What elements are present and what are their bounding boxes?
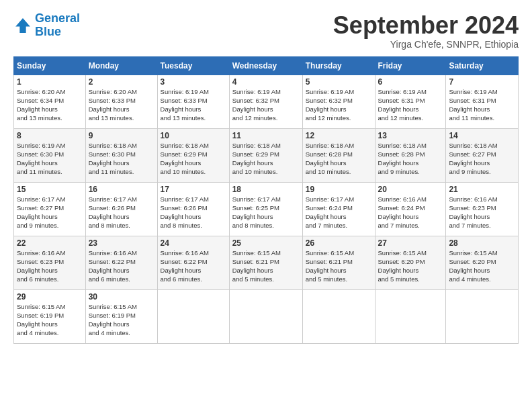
day-number: 20 xyxy=(378,185,443,194)
day-info: Sunrise: 6:19 AM Sunset: 6:31 PM Dayligh… xyxy=(378,87,443,123)
day-number: 5 xyxy=(306,77,372,87)
table-cell: 22 Sunrise: 6:16 AM Sunset: 6:23 PM Dayl… xyxy=(14,236,86,289)
day-number: 13 xyxy=(378,131,443,140)
day-info: Sunrise: 6:15 AM Sunset: 6:20 PM Dayligh… xyxy=(378,248,443,284)
day-info: Sunrise: 6:15 AM Sunset: 6:21 PM Dayligh… xyxy=(306,248,372,284)
header-saturday: Saturday xyxy=(446,56,519,75)
table-cell: 13 Sunrise: 6:18 AM Sunset: 6:28 PM Dayl… xyxy=(375,128,446,182)
day-info: Sunrise: 6:16 AM Sunset: 6:23 PM Dayligh… xyxy=(17,248,83,284)
day-number: 3 xyxy=(161,77,226,87)
day-number: 14 xyxy=(449,131,515,140)
table-cell: 14 Sunrise: 6:18 AM Sunset: 6:27 PM Dayl… xyxy=(446,128,519,182)
table-cell: 23 Sunrise: 6:16 AM Sunset: 6:22 PM Dayl… xyxy=(85,236,157,289)
day-info: Sunrise: 6:15 AM Sunset: 6:19 PM Dayligh… xyxy=(17,302,83,338)
day-info: Sunrise: 6:16 AM Sunset: 6:23 PM Dayligh… xyxy=(449,195,515,230)
day-number: 2 xyxy=(89,77,154,87)
day-info: Sunrise: 6:16 AM Sunset: 6:22 PM Dayligh… xyxy=(89,248,154,284)
table-cell: 29 Sunrise: 6:15 AM Sunset: 6:19 PM Dayl… xyxy=(14,289,86,343)
location: Yirga Ch'efe, SNNPR, Ethiopia xyxy=(333,39,519,50)
table-cell: 2 Sunrise: 6:20 AM Sunset: 6:33 PM Dayli… xyxy=(85,75,157,128)
day-info: Sunrise: 6:20 AM Sunset: 6:33 PM Dayligh… xyxy=(89,87,154,123)
day-number: 19 xyxy=(306,185,372,194)
table-cell: 9 Sunrise: 6:18 AM Sunset: 6:30 PM Dayli… xyxy=(85,128,157,182)
day-number: 10 xyxy=(161,131,226,140)
header-wednesday: Wednesday xyxy=(229,56,302,75)
day-number: 23 xyxy=(89,238,154,248)
day-number: 11 xyxy=(232,131,300,140)
day-number: 26 xyxy=(306,238,372,248)
table-cell xyxy=(446,289,519,343)
table-cell xyxy=(157,289,229,343)
calendar-header-row: Sunday Monday Tuesday Wednesday Thursday… xyxy=(14,56,519,75)
day-info: Sunrise: 6:17 AM Sunset: 6:26 PM Dayligh… xyxy=(89,195,154,230)
table-cell xyxy=(302,289,375,343)
table-cell: 10 Sunrise: 6:18 AM Sunset: 6:29 PM Dayl… xyxy=(157,128,229,182)
table-cell: 4 Sunrise: 6:19 AM Sunset: 6:32 PM Dayli… xyxy=(229,75,302,128)
day-info: Sunrise: 6:17 AM Sunset: 6:24 PM Dayligh… xyxy=(306,195,372,230)
table-cell: 21 Sunrise: 6:16 AM Sunset: 6:23 PM Dayl… xyxy=(446,182,519,236)
calendar-week-3: 15 Sunrise: 6:17 AM Sunset: 6:27 PM Dayl… xyxy=(14,182,519,236)
header-sunday: Sunday xyxy=(14,56,86,75)
table-cell: 17 Sunrise: 6:17 AM Sunset: 6:26 PM Dayl… xyxy=(157,182,229,236)
header-friday: Friday xyxy=(375,56,446,75)
day-number: 16 xyxy=(89,185,154,194)
day-number: 25 xyxy=(232,238,300,248)
day-number: 30 xyxy=(89,292,154,302)
day-info: Sunrise: 6:19 AM Sunset: 6:32 PM Dayligh… xyxy=(306,87,372,123)
day-number: 4 xyxy=(232,77,300,87)
month-title: September 2024 xyxy=(333,12,519,39)
table-cell: 30 Sunrise: 6:15 AM Sunset: 6:19 PM Dayl… xyxy=(85,289,157,343)
day-info: Sunrise: 6:19 AM Sunset: 6:31 PM Dayligh… xyxy=(449,87,515,123)
page: General Blue September 2024 Yirga Ch'efe… xyxy=(0,0,532,351)
calendar-table: Sunday Monday Tuesday Wednesday Thursday… xyxy=(13,56,519,344)
header-thursday: Thursday xyxy=(302,56,375,75)
day-info: Sunrise: 6:16 AM Sunset: 6:22 PM Dayligh… xyxy=(161,248,226,284)
table-cell: 15 Sunrise: 6:17 AM Sunset: 6:27 PM Dayl… xyxy=(14,182,86,236)
table-cell: 19 Sunrise: 6:17 AM Sunset: 6:24 PM Dayl… xyxy=(302,182,375,236)
day-number: 12 xyxy=(306,131,372,140)
day-info: Sunrise: 6:19 AM Sunset: 6:32 PM Dayligh… xyxy=(232,87,300,123)
table-cell: 5 Sunrise: 6:19 AM Sunset: 6:32 PM Dayli… xyxy=(302,75,375,128)
day-number: 15 xyxy=(17,185,83,194)
day-number: 17 xyxy=(161,185,226,194)
day-info: Sunrise: 6:18 AM Sunset: 6:30 PM Dayligh… xyxy=(89,141,154,177)
day-number: 6 xyxy=(378,77,443,87)
table-cell: 8 Sunrise: 6:19 AM Sunset: 6:30 PM Dayli… xyxy=(14,128,86,182)
day-number: 21 xyxy=(449,185,515,194)
calendar-week-4: 22 Sunrise: 6:16 AM Sunset: 6:23 PM Dayl… xyxy=(14,236,519,289)
table-cell: 28 Sunrise: 6:15 AM Sunset: 6:20 PM Dayl… xyxy=(446,236,519,289)
table-cell: 1 Sunrise: 6:20 AM Sunset: 6:34 PM Dayli… xyxy=(14,75,86,128)
day-info: Sunrise: 6:15 AM Sunset: 6:21 PM Dayligh… xyxy=(232,248,300,284)
table-cell: 6 Sunrise: 6:19 AM Sunset: 6:31 PM Dayli… xyxy=(375,75,446,128)
day-info: Sunrise: 6:18 AM Sunset: 6:28 PM Dayligh… xyxy=(378,141,443,177)
day-info: Sunrise: 6:17 AM Sunset: 6:26 PM Dayligh… xyxy=(161,195,226,230)
day-number: 28 xyxy=(449,238,515,248)
day-info: Sunrise: 6:16 AM Sunset: 6:24 PM Dayligh… xyxy=(378,195,443,230)
day-info: Sunrise: 6:15 AM Sunset: 6:20 PM Dayligh… xyxy=(449,248,515,284)
logo-text: General Blue xyxy=(35,12,80,39)
calendar-week-1: 1 Sunrise: 6:20 AM Sunset: 6:34 PM Dayli… xyxy=(14,75,519,128)
table-cell: 24 Sunrise: 6:16 AM Sunset: 6:22 PM Dayl… xyxy=(157,236,229,289)
calendar-week-2: 8 Sunrise: 6:19 AM Sunset: 6:30 PM Dayli… xyxy=(14,128,519,182)
svg-marker-0 xyxy=(15,18,30,33)
day-info: Sunrise: 6:17 AM Sunset: 6:27 PM Dayligh… xyxy=(17,195,83,230)
day-info: Sunrise: 6:15 AM Sunset: 6:19 PM Dayligh… xyxy=(89,302,154,338)
logo-icon xyxy=(13,16,32,35)
logo-line1: General xyxy=(35,11,80,25)
day-number: 9 xyxy=(89,131,154,140)
header-monday: Monday xyxy=(85,56,157,75)
day-number: 18 xyxy=(232,185,300,194)
day-info: Sunrise: 6:18 AM Sunset: 6:29 PM Dayligh… xyxy=(161,141,226,177)
day-number: 27 xyxy=(378,238,443,248)
day-info: Sunrise: 6:19 AM Sunset: 6:30 PM Dayligh… xyxy=(17,141,83,177)
table-cell xyxy=(229,289,302,343)
header-tuesday: Tuesday xyxy=(157,56,229,75)
title-block: September 2024 Yirga Ch'efe, SNNPR, Ethi… xyxy=(333,12,519,50)
table-cell: 11 Sunrise: 6:18 AM Sunset: 6:29 PM Dayl… xyxy=(229,128,302,182)
table-cell: 16 Sunrise: 6:17 AM Sunset: 6:26 PM Dayl… xyxy=(85,182,157,236)
table-cell: 25 Sunrise: 6:15 AM Sunset: 6:21 PM Dayl… xyxy=(229,236,302,289)
day-info: Sunrise: 6:17 AM Sunset: 6:25 PM Dayligh… xyxy=(232,195,300,230)
logo-line2: Blue xyxy=(35,25,61,38)
calendar-week-5: 29 Sunrise: 6:15 AM Sunset: 6:19 PM Dayl… xyxy=(14,289,519,343)
day-number: 24 xyxy=(161,238,226,248)
